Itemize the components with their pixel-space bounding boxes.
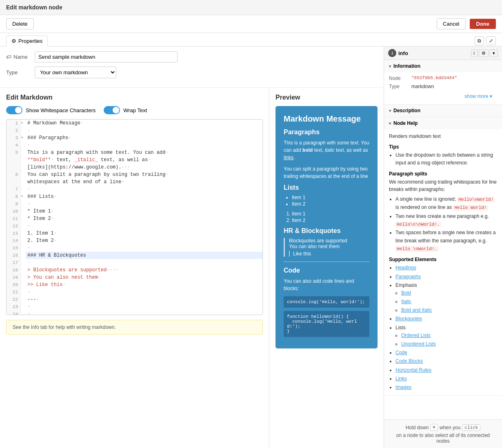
type-label: Type [6, 69, 31, 75]
name-input[interactable] [35, 51, 178, 62]
toolbar: Delete Cancel Done [0, 15, 502, 33]
settings-icon-button[interactable]: ⚙ [479, 49, 489, 57]
links-link[interactable]: Links [395, 376, 407, 381]
preview-code-text: You can also add code lines and blocks: [284, 277, 369, 292]
bold-link[interactable]: Bold [401, 290, 411, 296]
preview-link[interactable]: links [284, 155, 293, 160]
type-row: Type Your own markdown String input Msg … [6, 67, 378, 78]
code-link[interactable]: Code [395, 350, 407, 355]
code-line-content: console.log('Hello, world!'); [287, 299, 366, 304]
node-help-header[interactable]: ▾ Node Help [384, 117, 502, 129]
delete-button[interactable]: Delete [6, 18, 34, 29]
bottom-hint-text3: on a node to also select all of its conn… [390, 432, 496, 444]
code-line-13: 13 1. Item 1· [7, 230, 262, 237]
element-emphasis: Emphasis Bold Italic Bold and Italic [395, 282, 497, 315]
code-line-3: 3 ▾ ### Paragraphs· [7, 134, 262, 142]
split-item-2: Two new lines create a new paragraph e.g… [395, 213, 497, 228]
description-header[interactable]: ▾ Description [384, 104, 502, 117]
toggle-group: Show Whitespace Characters Wrap Text [6, 106, 263, 114]
tab-bar: ⚙ Properties ⧉ ⤢ [0, 33, 502, 47]
show-more-link[interactable]: show more ▾ [389, 92, 497, 101]
kbd-cmd: ⌘ [430, 424, 438, 431]
expand-icon-button[interactable]: ⤢ [486, 36, 496, 45]
tab-properties-label: Properties [18, 38, 42, 44]
info-sidebar: i info i ⚙ ▾ ▾ Information Node "652f9b5… [384, 47, 502, 448]
code-line-7: 7 · [7, 186, 262, 193]
element-ordered: Ordered Lists [401, 332, 497, 339]
code-line-23: 23 · [7, 303, 262, 310]
name-label: 🏷 Name [6, 54, 31, 60]
done-button[interactable]: Done [470, 19, 496, 29]
code-ref-1: Hello\nWorld! [457, 197, 495, 202]
code-line-11: 11 * Item 2· [7, 215, 262, 222]
preview-ol: Item 1 Item 2 [292, 211, 369, 223]
paragraph-splits-list: A single new line is ignored; Hello\nWor… [395, 195, 497, 253]
paragraph-splits-section: Paragraph splits We recommend using trai… [389, 171, 497, 253]
code-blocks-link[interactable]: Code Blocks [395, 358, 423, 364]
hint-text: See the Info tab for help with writing m… [13, 324, 116, 330]
headings-link[interactable]: Headings [395, 265, 416, 271]
type-select[interactable]: Your own markdown String input Msg objec… [35, 67, 116, 78]
element-bold: Bold [401, 289, 497, 297]
blockquote-nested: Like this [289, 251, 369, 257]
description-section: ▾ Description [384, 104, 502, 117]
code-line-5b: **bold**· text, _italic_ text, as well a… [7, 156, 262, 164]
tip-item-1: Use the dropdown to switch between a str… [395, 151, 497, 167]
node-help-label: Node Help [393, 120, 418, 126]
preview-heading: Markdown Message [284, 114, 369, 124]
supported-elements-label: Supported Elements [389, 257, 497, 262]
preview-title: Preview [275, 94, 378, 101]
code-line-15: 15 · [7, 244, 262, 252]
list-item: Item 2 [292, 217, 369, 223]
italic-link[interactable]: Italic [401, 299, 411, 304]
lists-sublist: Ordered Lists Unordered Lists [401, 332, 497, 348]
info-body: ▾ Information Node "652f9b5.bdd3464" Typ… [384, 60, 502, 419]
information-header[interactable]: ▾ Information [384, 60, 502, 72]
horizontal-rules-link[interactable]: Horizontal Rules [395, 367, 431, 373]
code-ref-2: Hello World! [453, 205, 488, 211]
blockquotes-link[interactable]: Blockquotes [395, 316, 422, 322]
info-icon-button[interactable]: i [471, 49, 478, 57]
element-code-blocks: Code Blocks [395, 357, 497, 365]
preview-code-line: console.log('Hello, world!'); [284, 296, 369, 308]
preview-blockquote1: Blockquotes are supported You can also n… [284, 238, 369, 257]
element-italic: Italic [401, 298, 497, 306]
code-line-21: 21 · [7, 288, 262, 296]
ordered-lists-link[interactable]: Ordered Lists [401, 333, 431, 338]
dropdown-icon-button[interactable]: ▾ [490, 49, 498, 57]
paragraphs-link[interactable]: Paragraphs [395, 274, 421, 279]
type-key: Type [389, 84, 407, 89]
code-line-16: 16 ### HR & Blockquotes [7, 252, 262, 259]
code-line-5c: [links](https://www.google.com).··· [7, 164, 262, 171]
code-line-2: 2 · [7, 127, 262, 134]
tab-properties[interactable]: ⚙ Properties [6, 35, 48, 47]
cancel-button[interactable]: Cancel [437, 18, 465, 29]
preview-paragraph1: This is a paragraph with some text. You … [284, 139, 369, 161]
properties-section: 🏷 Name Type Your own markdown String inp… [0, 47, 384, 88]
bold-italic-link[interactable]: Bold and Italic [401, 307, 432, 313]
preview-code-block: function helloWorld() { console.log('Hel… [284, 311, 369, 337]
unordered-lists-link[interactable]: Unordered Lists [401, 341, 436, 347]
code-editor[interactable]: 1 ▾ # Markdown Message· 2 · 3 ▾ ### Para… [6, 119, 263, 315]
preview-box: Markdown Message Paragraphs This is a pa… [275, 106, 378, 348]
bottom-hint-text1: Hold down [406, 425, 429, 430]
images-link[interactable]: Images [395, 384, 411, 390]
list-item: Item 2 [292, 201, 369, 207]
element-images: Images [395, 384, 497, 391]
blockquote-text3: Like this [293, 251, 311, 257]
code-line-18: 18 > Blockquotes are supported···· [7, 266, 262, 274]
paragraph-splits-intro: We recommend using trailing whitespaces … [389, 178, 497, 193]
copy-icon-button[interactable]: ⧉ [475, 36, 484, 45]
preview-code-heading: Code [284, 267, 369, 274]
show-whitespace-toggle[interactable] [6, 106, 22, 114]
code-line-6b: whitespaces at the end of a line· [7, 178, 262, 186]
node-key: Node [389, 75, 407, 81]
left-main: 🏷 Name Type Your own markdown String inp… [0, 47, 384, 448]
code-ref-4: Hello \nWorld!. [395, 246, 438, 252]
code-line-17: 17 · [7, 259, 262, 266]
show-whitespace-label: Show Whitespace Characters [26, 107, 96, 113]
bottom-hint: Hold down ⌘ when you click on a node to … [384, 419, 502, 448]
information-label: Information [393, 63, 420, 69]
supported-elements-section: Supported Elements Headings Paragraphs E… [389, 257, 497, 391]
wrap-text-toggle[interactable] [104, 106, 120, 114]
